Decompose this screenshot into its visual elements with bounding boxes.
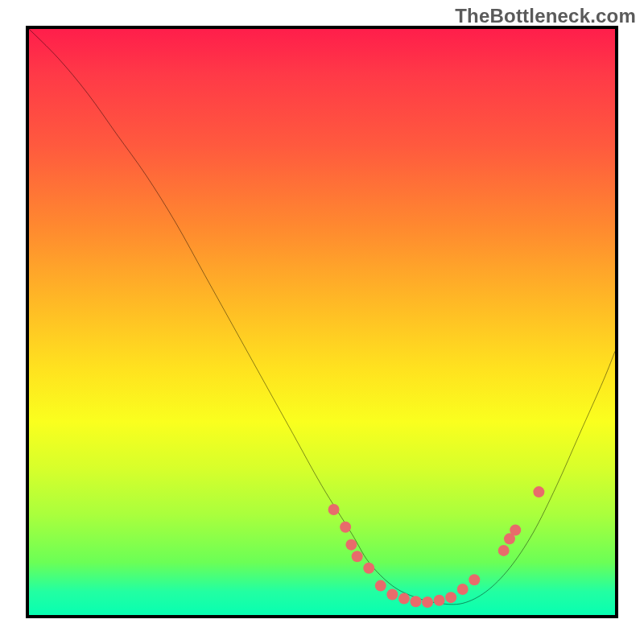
highlight-point (345, 539, 357, 551)
highlight-point (533, 486, 544, 497)
highlight-point (375, 580, 386, 592)
highlight-point (328, 504, 340, 515)
highlight-point (445, 592, 456, 603)
highlight-point (434, 595, 445, 606)
highlight-point (398, 593, 410, 605)
highlight-point (352, 551, 363, 562)
highlight-point (410, 596, 421, 607)
highlight-point (469, 574, 480, 585)
watermark-label: TheBottleneck.com (455, 5, 636, 27)
chart-container: TheBottleneck.com (0, 0, 644, 644)
plot-frame (26, 26, 618, 618)
highlight-point (363, 563, 374, 574)
bottleneck-curve-path (29, 29, 615, 605)
highlight-point (510, 524, 521, 535)
highlight-point (340, 522, 351, 533)
highlight-markers (328, 486, 545, 608)
highlight-point (457, 584, 469, 595)
curve-svg (29, 29, 615, 615)
highlight-point (386, 589, 398, 601)
highlight-point (498, 545, 510, 556)
highlight-point (422, 597, 433, 608)
